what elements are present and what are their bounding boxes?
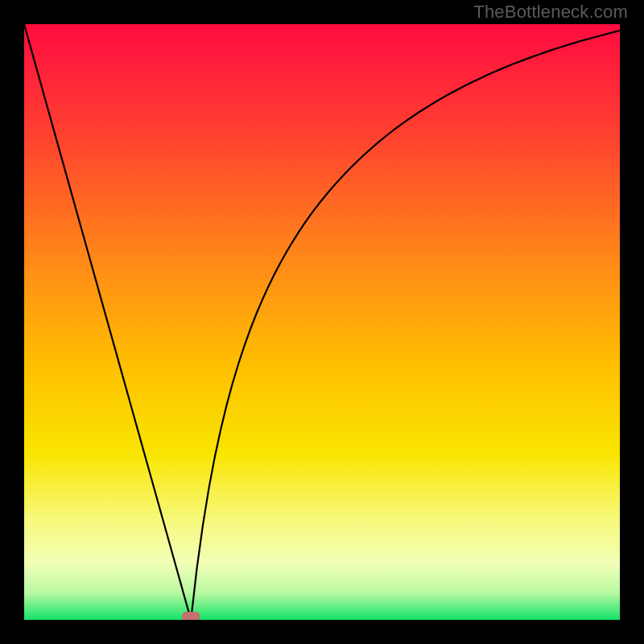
min-marker xyxy=(182,612,200,620)
chart-svg xyxy=(24,24,620,620)
watermark-text: TheBottleneck.com xyxy=(473,2,628,23)
chart-frame: TheBottleneck.com xyxy=(0,0,644,644)
plot-area xyxy=(24,24,620,620)
gradient-background xyxy=(24,24,620,620)
